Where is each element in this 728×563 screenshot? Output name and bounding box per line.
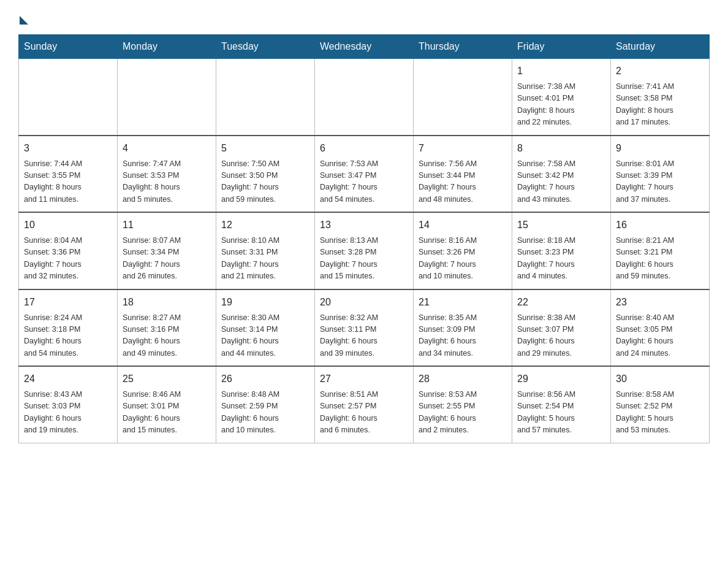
calendar-week-row: 3Sunrise: 7:44 AMSunset: 3:55 PMDaylight…	[19, 136, 710, 213]
calendar-cell: 10Sunrise: 8:04 AMSunset: 3:36 PMDayligh…	[19, 212, 118, 289]
calendar-week-row: 17Sunrise: 8:24 AMSunset: 3:18 PMDayligh…	[19, 289, 710, 367]
weekday-header-friday: Friday	[512, 35, 611, 59]
day-number: 8	[517, 141, 605, 156]
calendar-cell: 6Sunrise: 7:53 AMSunset: 3:47 PMDaylight…	[315, 136, 414, 213]
day-info: Sunrise: 8:07 AMSunset: 3:34 PMDaylight:…	[123, 235, 211, 283]
day-info: Sunrise: 8:24 AMSunset: 3:18 PMDaylight:…	[24, 312, 112, 360]
calendar-cell	[118, 59, 216, 136]
day-info: Sunrise: 8:10 AMSunset: 3:31 PMDaylight:…	[221, 235, 309, 283]
day-number: 13	[320, 218, 408, 232]
weekday-header-tuesday: Tuesday	[216, 35, 315, 59]
calendar-week-row: 1Sunrise: 7:38 AMSunset: 4:01 PMDaylight…	[19, 59, 710, 136]
day-number: 23	[616, 295, 704, 310]
day-info: Sunrise: 8:58 AMSunset: 2:52 PMDaylight:…	[616, 389, 704, 437]
day-number: 6	[320, 141, 408, 156]
day-number: 14	[419, 218, 507, 232]
day-number: 12	[221, 218, 309, 232]
weekday-header-thursday: Thursday	[414, 35, 512, 59]
day-info: Sunrise: 8:46 AMSunset: 3:01 PMDaylight:…	[123, 389, 211, 437]
day-info: Sunrise: 8:53 AMSunset: 2:55 PMDaylight:…	[419, 389, 507, 437]
day-number: 15	[517, 218, 605, 232]
weekday-header-sunday: Sunday	[19, 35, 118, 59]
day-number: 11	[123, 218, 211, 232]
calendar-cell: 7Sunrise: 7:56 AMSunset: 3:44 PMDaylight…	[414, 136, 512, 213]
calendar-cell: 11Sunrise: 8:07 AMSunset: 3:34 PMDayligh…	[118, 212, 216, 289]
day-number: 5	[221, 141, 309, 156]
day-number: 26	[221, 372, 309, 386]
day-info: Sunrise: 8:51 AMSunset: 2:57 PMDaylight:…	[320, 389, 408, 437]
calendar-cell: 15Sunrise: 8:18 AMSunset: 3:23 PMDayligh…	[512, 212, 611, 289]
calendar-cell: 20Sunrise: 8:32 AMSunset: 3:11 PMDayligh…	[315, 289, 414, 367]
calendar-cell: 16Sunrise: 8:21 AMSunset: 3:21 PMDayligh…	[611, 212, 710, 289]
day-number: 2	[616, 64, 704, 79]
day-info: Sunrise: 7:38 AMSunset: 4:01 PMDaylight:…	[517, 81, 605, 129]
day-info: Sunrise: 7:44 AMSunset: 3:55 PMDaylight:…	[24, 158, 112, 206]
day-number: 4	[123, 141, 211, 156]
weekday-header-wednesday: Wednesday	[315, 35, 414, 59]
day-number: 20	[320, 295, 408, 310]
logo	[18, 12, 28, 22]
day-info: Sunrise: 7:41 AMSunset: 3:58 PMDaylight:…	[616, 81, 704, 129]
day-info: Sunrise: 7:56 AMSunset: 3:44 PMDaylight:…	[419, 158, 507, 206]
day-number: 9	[616, 141, 704, 156]
day-number: 19	[221, 295, 309, 310]
calendar-cell	[414, 59, 512, 136]
day-number: 29	[517, 372, 605, 386]
calendar-cell: 8Sunrise: 7:58 AMSunset: 3:42 PMDaylight…	[512, 136, 611, 213]
weekday-header-monday: Monday	[118, 35, 216, 59]
logo-arrow-icon	[20, 16, 28, 25]
day-number: 7	[419, 141, 507, 156]
day-info: Sunrise: 8:04 AMSunset: 3:36 PMDaylight:…	[24, 235, 112, 283]
day-info: Sunrise: 8:56 AMSunset: 2:54 PMDaylight:…	[517, 389, 605, 437]
calendar-cell: 14Sunrise: 8:16 AMSunset: 3:26 PMDayligh…	[414, 212, 512, 289]
day-number: 21	[419, 295, 507, 310]
day-info: Sunrise: 8:32 AMSunset: 3:11 PMDaylight:…	[320, 312, 408, 360]
calendar-cell: 21Sunrise: 8:35 AMSunset: 3:09 PMDayligh…	[414, 289, 512, 367]
day-number: 17	[24, 295, 112, 310]
day-info: Sunrise: 8:38 AMSunset: 3:07 PMDaylight:…	[517, 312, 605, 360]
calendar-week-row: 10Sunrise: 8:04 AMSunset: 3:36 PMDayligh…	[19, 212, 710, 289]
calendar-cell: 4Sunrise: 7:47 AMSunset: 3:53 PMDaylight…	[118, 136, 216, 213]
day-info: Sunrise: 8:40 AMSunset: 3:05 PMDaylight:…	[616, 312, 704, 360]
calendar-cell	[315, 59, 414, 136]
day-number: 22	[517, 295, 605, 310]
weekday-header-saturday: Saturday	[611, 35, 710, 59]
day-number: 16	[616, 218, 704, 232]
calendar-week-row: 24Sunrise: 8:43 AMSunset: 3:03 PMDayligh…	[19, 366, 710, 443]
day-number: 30	[616, 372, 704, 386]
day-info: Sunrise: 7:50 AMSunset: 3:50 PMDaylight:…	[221, 158, 309, 206]
calendar-cell: 25Sunrise: 8:46 AMSunset: 3:01 PMDayligh…	[118, 366, 216, 443]
calendar-cell: 26Sunrise: 8:48 AMSunset: 2:59 PMDayligh…	[216, 366, 315, 443]
calendar-cell	[216, 59, 315, 136]
weekday-header-row: SundayMondayTuesdayWednesdayThursdayFrid…	[19, 35, 710, 59]
calendar-cell: 9Sunrise: 8:01 AMSunset: 3:39 PMDaylight…	[611, 136, 710, 213]
calendar-cell: 29Sunrise: 8:56 AMSunset: 2:54 PMDayligh…	[512, 366, 611, 443]
calendar-cell: 2Sunrise: 7:41 AMSunset: 3:58 PMDaylight…	[611, 59, 710, 136]
day-number: 24	[24, 372, 112, 386]
day-info: Sunrise: 8:16 AMSunset: 3:26 PMDaylight:…	[419, 235, 507, 283]
calendar-table: SundayMondayTuesdayWednesdayThursdayFrid…	[18, 34, 710, 443]
day-number: 1	[517, 64, 605, 79]
day-number: 10	[24, 218, 112, 232]
day-info: Sunrise: 8:27 AMSunset: 3:16 PMDaylight:…	[123, 312, 211, 360]
calendar-cell: 5Sunrise: 7:50 AMSunset: 3:50 PMDaylight…	[216, 136, 315, 213]
calendar-cell: 1Sunrise: 7:38 AMSunset: 4:01 PMDaylight…	[512, 59, 611, 136]
calendar-cell: 22Sunrise: 8:38 AMSunset: 3:07 PMDayligh…	[512, 289, 611, 367]
calendar-cell: 28Sunrise: 8:53 AMSunset: 2:55 PMDayligh…	[414, 366, 512, 443]
calendar-cell: 17Sunrise: 8:24 AMSunset: 3:18 PMDayligh…	[19, 289, 118, 367]
day-number: 28	[419, 372, 507, 386]
day-info: Sunrise: 7:58 AMSunset: 3:42 PMDaylight:…	[517, 158, 605, 206]
day-number: 18	[123, 295, 211, 310]
day-number: 25	[123, 372, 211, 386]
day-info: Sunrise: 8:43 AMSunset: 3:03 PMDaylight:…	[24, 389, 112, 437]
calendar-cell: 30Sunrise: 8:58 AMSunset: 2:52 PMDayligh…	[611, 366, 710, 443]
day-info: Sunrise: 8:48 AMSunset: 2:59 PMDaylight:…	[221, 389, 309, 437]
calendar-cell: 24Sunrise: 8:43 AMSunset: 3:03 PMDayligh…	[19, 366, 118, 443]
day-number: 27	[320, 372, 408, 386]
day-info: Sunrise: 8:35 AMSunset: 3:09 PMDaylight:…	[419, 312, 507, 360]
calendar-cell: 19Sunrise: 8:30 AMSunset: 3:14 PMDayligh…	[216, 289, 315, 367]
calendar-cell: 23Sunrise: 8:40 AMSunset: 3:05 PMDayligh…	[611, 289, 710, 367]
day-info: Sunrise: 7:47 AMSunset: 3:53 PMDaylight:…	[123, 158, 211, 206]
calendar-cell: 13Sunrise: 8:13 AMSunset: 3:28 PMDayligh…	[315, 212, 414, 289]
day-info: Sunrise: 7:53 AMSunset: 3:47 PMDaylight:…	[320, 158, 408, 206]
